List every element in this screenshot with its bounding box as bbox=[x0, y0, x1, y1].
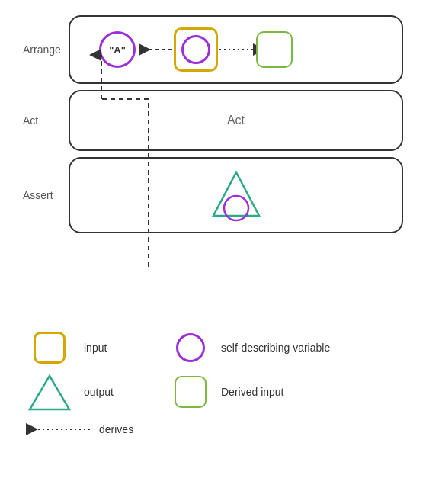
derives-label: derives bbox=[99, 423, 133, 435]
arrange-label: Arrange bbox=[23, 43, 69, 56]
legend-derived-label: Derived input bbox=[221, 386, 284, 398]
legend-self-desc-icon bbox=[160, 333, 221, 362]
svg-marker-2 bbox=[213, 172, 259, 216]
assert-triangle bbox=[210, 169, 263, 222]
act-box: Act bbox=[69, 90, 403, 151]
assert-label: Assert bbox=[23, 189, 69, 201]
svg-marker-7 bbox=[30, 376, 69, 409]
legend-input-label: input bbox=[84, 342, 160, 354]
legend-output-label: output bbox=[84, 386, 160, 398]
arrange-box: "A" bbox=[69, 15, 403, 84]
node-a: "A" bbox=[99, 31, 136, 68]
node-green-box bbox=[256, 31, 293, 68]
act-content-label: Act bbox=[227, 114, 245, 127]
derives-arrow bbox=[23, 422, 91, 437]
legend-derived-icon bbox=[160, 376, 221, 408]
arrow-circle-to-greenbox bbox=[218, 42, 256, 57]
act-label: Act bbox=[23, 114, 69, 127]
legend-self-desc-label: self-describing variable bbox=[221, 342, 330, 354]
legend-output-icon bbox=[15, 373, 84, 411]
legend-input-icon bbox=[15, 332, 84, 364]
assert-box bbox=[69, 157, 403, 233]
node-yellow-circle bbox=[174, 27, 218, 72]
arrow-a-to-circle bbox=[136, 42, 174, 57]
derives-row: derives bbox=[15, 422, 411, 437]
